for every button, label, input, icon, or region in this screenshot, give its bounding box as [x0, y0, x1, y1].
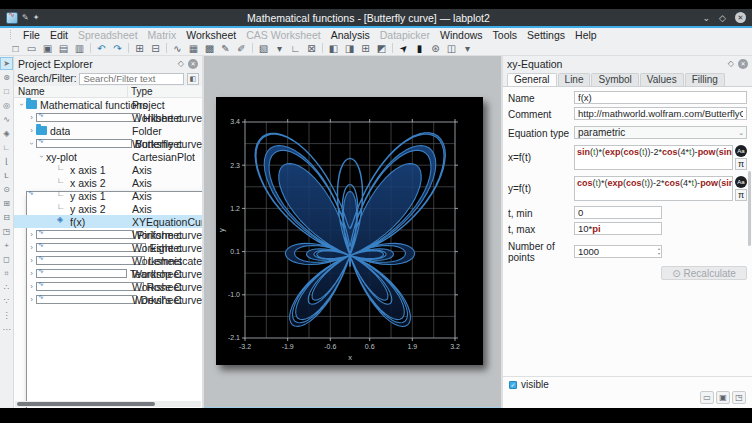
new-matrix-icon[interactable]: ▩ — [202, 41, 217, 55]
tmax-input[interactable]: 10*pi — [574, 222, 662, 235]
expander-icon[interactable]: › — [37, 152, 46, 161]
tree-row[interactable]: › data Folder — [14, 124, 202, 137]
comment-input[interactable] — [574, 107, 747, 120]
zoom-region-tool-icon[interactable]: ◳ — [0, 225, 13, 238]
expander-icon[interactable]: › — [27, 230, 36, 239]
menu-item-settings[interactable]: Settings — [522, 29, 570, 41]
menu-item-matrix[interactable]: Matrix — [143, 29, 182, 41]
worksheet-view[interactable]: -3.2-1.9-0.60.61.93.23.42.31.20.1-1.0-2.… — [204, 56, 501, 408]
close-button[interactable]: ✕ — [735, 12, 746, 23]
auto-scale-y-tool-icon[interactable]: ⋮ — [0, 309, 13, 322]
tree-row[interactable]: › Hilbert curve Worksheet — [14, 111, 202, 124]
tab-symbol[interactable]: Symbol — [591, 73, 638, 86]
minimize-button[interactable]: ⌄ — [703, 13, 711, 23]
new-plot-dropdown-icon[interactable]: ▾ — [272, 41, 287, 55]
tab-general[interactable]: General — [507, 73, 557, 86]
zoom-in-tool-icon[interactable]: ⊞ — [0, 197, 13, 210]
layout-vertical-icon[interactable]: ◧ — [326, 41, 341, 55]
menubar-handle[interactable] — [10, 30, 15, 39]
tree-row[interactable]: › Mathematical functions Project — [14, 98, 202, 111]
load-template-button[interactable]: ▭ — [700, 391, 714, 404]
close-panel-icon[interactable]: ✕ — [738, 59, 748, 69]
tab-line[interactable]: Line — [558, 73, 591, 86]
curve-tool-icon[interactable]: ∿ — [0, 113, 13, 126]
layout-grid-icon[interactable]: ⊞ — [358, 41, 373, 55]
tree-row[interactable]: y axis 1 Axis — [14, 189, 202, 202]
expander-icon[interactable]: › — [27, 139, 36, 148]
explorer-horizontal-scrollbar[interactable] — [15, 401, 201, 407]
tree-row[interactable]: › Butterfly curve Worksheet — [14, 137, 202, 150]
shift-tool-icon[interactable]: ◻ — [0, 253, 13, 266]
float-panel-icon[interactable]: ◇ — [728, 59, 734, 68]
new-document-icon[interactable]: □ — [8, 41, 23, 55]
insert-function-button[interactable]: Aa — [735, 176, 747, 188]
insert-constant-button[interactable]: π — [735, 158, 747, 170]
x-equation-field[interactable]: sin(t)*(exp(cos(t))-2*cos(4*t)-pow(sin(t… — [574, 145, 733, 170]
zoom-select-icon[interactable]: ▮ — [412, 41, 427, 55]
toggle-view-icon[interactable]: ◫ — [444, 41, 459, 55]
tree-row[interactable]: y axis 2 Axis — [14, 202, 202, 215]
tree-row[interactable]: › Teardrop Curve Worksheet — [14, 267, 202, 280]
expander-icon[interactable]: › — [27, 113, 36, 122]
tree-row[interactable]: › Piriform curve Worksheet — [14, 228, 202, 241]
add-axis-icon[interactable]: ∟ — [288, 41, 303, 55]
expander-icon[interactable]: › — [27, 126, 36, 135]
butterfly-plot[interactable]: -3.2-1.9-0.60.61.93.23.42.31.20.1-1.0-2.… — [216, 97, 483, 365]
column-name[interactable]: Name — [14, 86, 128, 97]
data-point-tool-icon[interactable]: ⊙ — [0, 183, 13, 196]
menu-item-cas-worksheet[interactable]: CAS Worksheet — [241, 29, 326, 41]
zoom-tool-icon[interactable]: ◎ — [0, 99, 13, 112]
layout-horizontal-icon[interactable]: ◨ — [342, 41, 357, 55]
menu-item-tools[interactable]: Tools — [488, 29, 523, 41]
zoom-rect-tool-icon[interactable]: □ — [0, 85, 13, 98]
layout-break-icon[interactable]: ◩ — [374, 41, 389, 55]
open-file-icon[interactable]: ▭ — [24, 41, 39, 55]
equation-curve-tool-icon[interactable]: ◈ — [0, 127, 13, 140]
menu-item-help[interactable]: Help — [570, 29, 602, 41]
menu-item-edit[interactable]: Edit — [45, 29, 73, 41]
menu-item-file[interactable]: File — [18, 29, 45, 41]
maximize-button[interactable]: ◇ — [719, 13, 726, 23]
points-spinner[interactable]: ▴▾ — [574, 245, 662, 258]
points-input[interactable] — [574, 245, 662, 258]
y-equation-field[interactable]: cos(t)*(exp(cos(t))-2*cos(4*t)-pow(sin(t… — [574, 176, 733, 201]
tree-row[interactable]: › Devil's Curve Worksheet — [14, 293, 202, 306]
scrollbar-thumb[interactable] — [17, 402, 155, 406]
menu-item-windows[interactable]: Windows — [435, 29, 488, 41]
auto-scale-x-tool-icon[interactable]: ∵ — [0, 295, 13, 308]
tools-icon[interactable]: ✦ — [33, 13, 40, 22]
tree-row[interactable]: f(x) XYEquationCurve — [14, 215, 202, 228]
tree-row[interactable]: › Lemniscate Worksheet — [14, 254, 202, 267]
expander-icon[interactable]: › — [17, 100, 26, 109]
annotate-icon[interactable]: ✎ — [22, 13, 29, 22]
crosshair-tool-icon[interactable]: ⊛ — [0, 71, 13, 84]
auto-scale-tool-icon[interactable]: ∴ — [0, 281, 13, 294]
insert-function-button[interactable]: Aa — [735, 145, 747, 157]
menu-item-worksheet[interactable]: Worksheet — [181, 29, 241, 41]
save-icon[interactable]: ▣ — [40, 41, 55, 55]
tree-column-header[interactable]: Name Type — [14, 86, 202, 98]
settings-gear-icon[interactable]: ⊛ — [428, 41, 443, 55]
equation-type-select[interactable]: parametric ⌄ — [574, 126, 747, 139]
filter-options-icon[interactable]: ◧ — [187, 73, 199, 85]
visible-checkbox[interactable]: ✓ — [509, 381, 517, 389]
undo-icon[interactable]: ↶ — [94, 41, 109, 55]
new-spreadsheet-icon[interactable]: ▦ — [186, 41, 201, 55]
spinner-arrows-icon[interactable]: ▴▾ — [658, 246, 660, 256]
menu-item-spreadsheet[interactable]: Spreadsheet — [73, 29, 143, 41]
tree-row[interactable]: › Eight curve Worksheet — [14, 241, 202, 254]
axis-corner-tool-icon[interactable]: L — [0, 169, 13, 182]
float-panel-icon[interactable]: ◇ — [178, 59, 184, 68]
zoom-fit-icon[interactable]: ⊠ — [304, 41, 319, 55]
expander-icon[interactable]: › — [27, 256, 36, 265]
close-panel-icon[interactable]: ✕ — [188, 59, 198, 69]
more-tools-icon[interactable]: ⋯ — [0, 323, 13, 336]
tab-filling[interactable]: Filling — [685, 73, 725, 86]
recalculate-button[interactable]: ⊙ Recalculate — [661, 266, 747, 280]
new-note-icon[interactable]: ✎ — [218, 41, 233, 55]
new-workbook-icon[interactable]: ⊟ — [148, 41, 163, 55]
print-icon[interactable]: ▤ — [56, 41, 71, 55]
export-template-button[interactable]: ◳ — [732, 391, 746, 404]
menu-item-analysis[interactable]: Analysis — [326, 29, 375, 41]
save-template-button[interactable]: ▣ — [716, 391, 730, 404]
